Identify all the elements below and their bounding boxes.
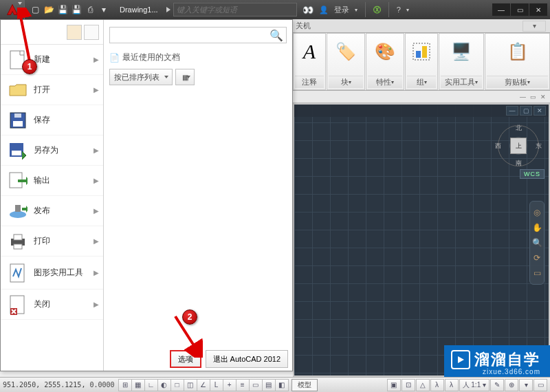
status-sc-icon[interactable]: ◧ [275,379,289,391]
sort-dropdown[interactable]: 按已排序列表 [109,69,173,85]
status-qprop-icon[interactable]: ▤ [262,379,276,391]
nav-wheel-icon[interactable]: ◎ [531,206,543,219]
qat-dropdown-icon[interactable]: ▾ [98,3,110,16]
doc-restore-icon[interactable]: ▭ [530,94,536,100]
menu-item-drawing-utilities[interactable]: 图形实用工具▶ [1,257,103,290]
status-toggle-buttons: ⊞ ▦ ∟ ◐ □ ◫ ∠ L + ≡ ▭ ▤ ◧ [119,379,289,391]
status-ducs-icon[interactable]: L [210,379,223,391]
svg-rect-2 [422,46,427,58]
status-tpy-icon[interactable]: ▭ [249,379,263,391]
wcs-badge[interactable]: WCS [520,169,544,179]
view-cube[interactable]: 上 北 南 东 西 [498,125,539,166]
status-r2-icon[interactable]: ⊡ [402,379,415,391]
nav-pan-icon[interactable]: ✋ [531,221,543,235]
print-icon[interactable]: ⎙ [84,3,96,16]
app-menu-button[interactable] [0,0,25,19]
status-r8-icon[interactable]: ⊕ [505,379,518,391]
new-icon[interactable]: ▢ [29,3,41,16]
utilities-icon [8,263,28,283]
navigation-bar[interactable]: ◎ ✋ 🔍 ⟳ ▭ [529,201,544,285]
doc-close-icon[interactable]: ✕ [540,94,546,100]
panel-block[interactable]: 🏷️ 块 ▾ [327,33,365,90]
status-dyn-icon[interactable]: + [223,379,236,391]
menu-item-saveas[interactable]: 另存为▶ [1,135,103,166]
user-icon[interactable]: 👤 [319,6,329,14]
exit-button[interactable]: 退出 AutoCAD 2012 [206,350,288,368]
open-folder-icon [8,80,28,100]
draw-min-icon[interactable]: — [506,106,518,116]
drawing-canvas[interactable]: — ▢ ✕ 上 北 南 东 西 WCS ◎ ✋ 🔍 ⟳ ▭ [294,105,549,375]
group-icon [411,41,432,62]
save-icon[interactable]: 💾 [56,3,69,16]
options-button[interactable]: 选项 [170,350,201,368]
status-3dosnap-icon[interactable]: ◫ [184,379,197,391]
menu-item-close[interactable]: 关闭▶ [1,290,103,320]
login-chevron[interactable]: ▾ [355,7,358,13]
exchange-icon[interactable]: Ⓧ [373,5,381,15]
status-r4-icon[interactable]: λ [430,379,444,391]
minimize-button[interactable]: — [492,3,510,16]
status-r3-icon[interactable]: △ [416,379,430,391]
panel-properties[interactable]: 🎨 特性 ▾ [366,33,404,90]
search-input[interactable] [177,6,294,14]
maximize-button[interactable]: ▭ [511,3,529,16]
ribbon-dropdown-icon[interactable]: ▾ [522,21,546,32]
drawing-area-wrap: — ▢ ✕ 上 北 南 东 西 WCS ◎ ✋ 🔍 ⟳ ▭ [293,103,550,377]
viewcube-east: 东 [536,142,542,151]
status-snap-icon[interactable]: ⊞ [118,379,132,391]
calculator-icon: 🖥️ [451,42,472,61]
search-box[interactable] [173,3,297,17]
view-mode-dropdown[interactable]: ▦ [175,69,195,85]
status-otrack-icon[interactable]: ∠ [197,379,210,391]
menu-item-publish[interactable]: 发布▶ [1,196,103,226]
printer-icon [8,231,28,252]
saveas-icon[interactable]: 💾 [70,3,82,16]
open-docs-icon[interactable] [84,25,99,40]
nav-zoom-icon[interactable]: 🔍 [531,236,543,250]
model-space-tab[interactable]: 模型 [292,379,318,391]
status-tray-icon[interactable]: ▾ [519,379,533,391]
status-r5-icon[interactable]: λ [445,379,459,391]
status-polar-icon[interactable]: ◐ [157,379,171,391]
open-icon[interactable]: 📂 [43,3,55,16]
menu-item-export[interactable]: 输出▶ [1,166,103,196]
help-icon[interactable]: ? [397,6,401,14]
close-button[interactable]: ✕ [529,3,547,16]
menu-item-open[interactable]: 打开▶ [1,75,103,105]
status-scale-icon[interactable]: 人 1:1 ▾ [459,379,490,391]
help-chevron[interactable]: ▾ [406,7,409,13]
svg-rect-8 [12,151,21,155]
draw-max-icon[interactable]: ▢ [520,106,532,116]
watermark-logo-icon [451,350,470,369]
ribbon-tab-partial[interactable]: 关机 [293,21,311,31]
quick-access-toolbar: ▢ 📂 💾 💾 ⎙ ▾ [25,3,114,16]
nav-showmotion-icon[interactable]: ▭ [531,266,543,280]
panel-clipboard[interactable]: 📋 剪贴板 ▾ [485,33,550,90]
recent-list-icon[interactable] [67,25,82,40]
status-r1-icon[interactable]: ▣ [387,379,401,391]
status-osnap-icon[interactable]: □ [170,379,184,391]
status-ortho-icon[interactable]: ∟ [144,379,158,391]
status-r7-icon[interactable]: ✎ [490,379,504,391]
panel-annotation[interactable]: A 注释 [293,33,326,90]
viewcube-west: 西 [495,142,501,151]
panel-group[interactable]: 组 ▾ [405,33,438,90]
separator [365,2,366,17]
menu-item-print[interactable]: 打印▶ [1,226,103,257]
menu-item-save[interactable]: 保存 [1,105,103,135]
status-grid-icon[interactable]: ▦ [131,379,145,391]
svg-rect-13 [14,235,22,240]
doc-min-icon[interactable]: — [520,94,526,100]
draw-close-icon[interactable]: ✕ [534,106,546,116]
status-lwt-icon[interactable]: ≡ [236,379,250,391]
binocular-icon[interactable]: 👀 [302,5,314,15]
panel-utilities[interactable]: 🖥️ 实用工具 ▾ [439,33,484,90]
menu-search-box[interactable]: 🔍 [109,27,287,43]
close-doc-icon [8,294,28,315]
chevron-right-icon: ▶ [94,269,99,276]
nav-orbit-icon[interactable]: ⟳ [531,251,543,265]
menu-item-new[interactable]: 新建▶ [1,45,103,75]
viewcube-face[interactable]: 上 [510,138,527,154]
login-label[interactable]: 登录 [334,5,349,15]
status-clean-icon[interactable]: ▭ [534,379,547,391]
